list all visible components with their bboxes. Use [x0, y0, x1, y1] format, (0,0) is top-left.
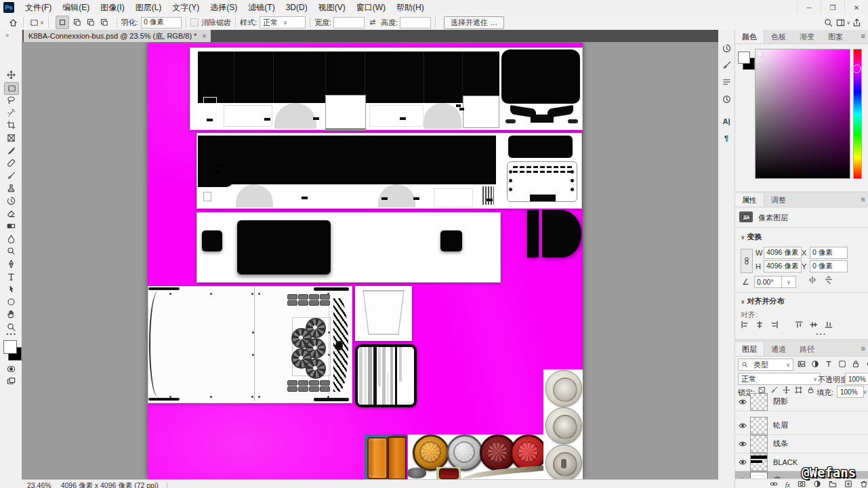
- document-tab[interactable]: K8BA-Connexxion-bus.psd @ 23.5% (底, RGB/…: [24, 30, 211, 42]
- clone-stamp-tool[interactable]: [4, 182, 18, 194]
- menu-item-4[interactable]: 图层(L): [130, 0, 167, 15]
- hue-slider[interactable]: [853, 49, 862, 179]
- type-tool[interactable]: [4, 271, 18, 283]
- align-top-icon[interactable]: [795, 321, 803, 329]
- layer-row[interactable]: 线条: [735, 434, 868, 453]
- shape-tool[interactable]: [4, 296, 18, 308]
- layer-visibility-eye-icon[interactable]: [735, 440, 750, 448]
- path-select-tool[interactable]: [4, 283, 18, 295]
- link-layers-icon[interactable]: [770, 480, 778, 488]
- move-tool[interactable]: [4, 69, 18, 81]
- new-selection-icon[interactable]: [56, 16, 69, 29]
- menu-item-8[interactable]: 3D(D): [281, 0, 313, 15]
- frame-tool[interactable]: [4, 132, 18, 144]
- screen-mode-icon[interactable]: [4, 375, 18, 387]
- intersect-selection-icon[interactable]: [98, 16, 110, 28]
- home-icon[interactable]: [7, 16, 19, 28]
- smart-filter-icon[interactable]: [852, 360, 860, 368]
- shape-filter-icon[interactable]: [838, 360, 846, 368]
- healing-tool[interactable]: [4, 157, 18, 169]
- link-wh-icon[interactable]: [741, 249, 753, 273]
- feather-input[interactable]: 0 像素: [141, 17, 182, 28]
- workspace-icon[interactable]: [834, 16, 846, 28]
- menu-item-11[interactable]: 帮助(H): [391, 0, 430, 15]
- delete-layer-icon[interactable]: [860, 480, 868, 488]
- layer-visibility-eye-icon[interactable]: [735, 422, 750, 430]
- color-tab-颜色[interactable]: 颜色: [735, 30, 764, 43]
- crop-tool[interactable]: [4, 119, 18, 131]
- pixel-filter-icon[interactable]: [798, 360, 806, 368]
- marquee-preset-icon[interactable]: [28, 16, 40, 28]
- width-input[interactable]: [333, 17, 365, 28]
- x-input[interactable]: 0 像素: [810, 247, 848, 259]
- h-input[interactable]: 4096 像素: [764, 260, 802, 272]
- panel-menu-icon[interactable]: ≡: [861, 195, 865, 203]
- gradient-tool[interactable]: [4, 220, 18, 232]
- status-chevron-icon[interactable]: 〉: [165, 481, 173, 488]
- eyedropper-tool[interactable]: [4, 145, 18, 157]
- color-field[interactable]: [755, 49, 850, 179]
- height-input[interactable]: [400, 17, 431, 28]
- menu-item-7[interactable]: 滤镜(T): [243, 0, 280, 15]
- quick-mask-icon[interactable]: [4, 363, 18, 375]
- filter-toggle-icon[interactable]: [865, 360, 868, 368]
- restore-button[interactable]: ❐: [821, 0, 844, 15]
- color-field-cursor[interactable]: [757, 51, 763, 57]
- style-select[interactable]: 正常∨: [260, 16, 306, 28]
- menu-item-5[interactable]: 文字(Y): [167, 0, 205, 15]
- hand-tool[interactable]: [4, 308, 18, 320]
- y-input[interactable]: 0 像素: [810, 260, 848, 272]
- menu-item-1[interactable]: 文件(F): [20, 0, 57, 15]
- layer-visibility-eye-icon[interactable]: [735, 398, 750, 406]
- color-tab-色板[interactable]: 色板: [764, 30, 793, 43]
- minimize-button[interactable]: ─: [797, 0, 821, 15]
- type-filter-icon[interactable]: [825, 360, 833, 368]
- layer-visibility-eye-icon[interactable]: [735, 458, 750, 466]
- ellipsis-icon[interactable]: ⋯: [4, 328, 18, 340]
- w-input[interactable]: 4096 像素: [764, 247, 802, 259]
- properties-tab-属性[interactable]: 属性: [735, 193, 764, 207]
- fx-icon[interactable]: fx: [785, 478, 790, 488]
- document-canvas[interactable]: [148, 43, 583, 479]
- brush-panel-icon[interactable]: [720, 59, 732, 71]
- anti-alias-checkbox[interactable]: [190, 18, 199, 26]
- magic-wand-tool[interactable]: [4, 107, 18, 119]
- layer-row[interactable]: 轮眉: [735, 416, 868, 435]
- close-tab-icon[interactable]: ×: [202, 33, 206, 40]
- eraser-tool[interactable]: [4, 208, 18, 220]
- flip-horizontal-icon[interactable]: [808, 276, 817, 284]
- add-adjustment-icon[interactable]: [813, 480, 821, 488]
- canvas-area[interactable]: [22, 42, 718, 479]
- color-tab-图案[interactable]: 图案: [821, 30, 850, 43]
- menu-item-6[interactable]: 选择(S): [205, 0, 243, 15]
- paragraph-panel-icon[interactable]: ¶: [720, 132, 732, 144]
- new-group-icon[interactable]: [829, 480, 837, 488]
- panel-menu-icon[interactable]: ≡: [861, 32, 865, 40]
- share-icon[interactable]: [850, 16, 863, 28]
- menu-item-3[interactable]: 图像(I): [95, 0, 129, 15]
- align-more-icon[interactable]: ⋯: [815, 327, 826, 340]
- hue-slider-cursor[interactable]: [852, 64, 861, 73]
- layers-tab-通道[interactable]: 通道: [764, 342, 793, 356]
- search-icon[interactable]: [822, 16, 834, 28]
- adjustment-filter-icon[interactable]: [811, 360, 819, 368]
- align-center-h-icon[interactable]: [756, 321, 764, 329]
- lasso-tool[interactable]: [4, 94, 18, 106]
- history-panel-icon[interactable]: [720, 42, 732, 54]
- menu-item-9[interactable]: 视图(V): [313, 0, 351, 15]
- layer-row[interactable]: 阴影: [735, 392, 868, 411]
- menu-item-2[interactable]: 编辑(E): [57, 0, 95, 15]
- foreground-color-swatch[interactable]: [3, 340, 17, 354]
- panel-menu-icon[interactable]: ≡: [861, 344, 865, 352]
- blend-mode-select[interactable]: 正常∨: [738, 373, 821, 385]
- dodge-tool[interactable]: [4, 245, 18, 257]
- layer-filter-select[interactable]: 类型∨: [738, 359, 793, 371]
- properties-tab-调整[interactable]: 调整: [764, 193, 793, 207]
- swap-wh-icon[interactable]: [367, 16, 379, 28]
- collapse-toolbar-icon[interactable]: »: [5, 32, 9, 39]
- brush-tool[interactable]: [4, 170, 18, 182]
- layers-tab-图层[interactable]: 图层: [735, 342, 764, 356]
- select-and-mask-button[interactable]: 选择并遮住 …: [444, 16, 504, 29]
- align-left-icon[interactable]: [741, 321, 749, 329]
- flip-vertical-icon[interactable]: [825, 276, 833, 284]
